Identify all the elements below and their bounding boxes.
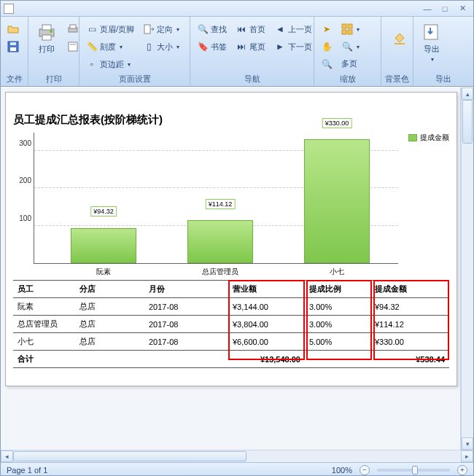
many-label-button[interactable]: 多页 — [338, 56, 363, 71]
export-button[interactable]: 导出 ▾ — [416, 18, 447, 66]
scroll-thumb[interactable] — [462, 100, 473, 144]
chart-bar — [71, 228, 136, 264]
orientation-button[interactable]: 定向▾ — [139, 21, 183, 37]
pages-grid-icon — [341, 23, 353, 35]
next-page-label: 下一页 — [288, 42, 312, 52]
bar-value-label: ¥94.32 — [90, 206, 117, 216]
svg-rect-15 — [348, 30, 352, 34]
close-button[interactable]: ✕ — [454, 4, 470, 14]
prev-page-button[interactable]: ◄ 上一页 — [271, 21, 316, 37]
orientation-label: 定向 — [157, 24, 173, 35]
scale-label: 刻度 — [100, 42, 116, 52]
prev-page-label: 上一页 — [288, 24, 312, 35]
document-viewport[interactable]: 员工提成汇总报表(按阶梯统计) 提成金额 100 200 300 ¥94.32 … — [1, 87, 461, 450]
cell-month: 2017-08 — [144, 333, 228, 351]
print-button[interactable]: 打印 — [31, 18, 62, 58]
maximize-button[interactable]: □ — [437, 4, 453, 14]
cell-sales: ¥6,600.00 — [228, 333, 305, 351]
zoom-out-status-button[interactable]: − — [360, 465, 370, 475]
size-button[interactable]: ▯ 大小▾ — [139, 39, 183, 55]
svg-point-5 — [50, 30, 53, 33]
header-footer-label: 页眉/页脚 — [100, 24, 134, 35]
ribbon-label-export: 导出 — [416, 72, 470, 86]
horizontal-scrollbar[interactable]: ◂ ▸ — [1, 450, 473, 462]
x-axis-label: 总店管理员 — [202, 267, 238, 277]
open-button[interactable] — [4, 21, 23, 37]
total-sales: ¥13,548.00 — [228, 351, 305, 368]
zoom-out-button[interactable]: 🔍▾ — [338, 39, 363, 55]
total-commission: ¥538.44 — [370, 351, 449, 368]
zoom-slider[interactable] — [377, 469, 450, 472]
report-title: 员工提成汇总报表(按阶梯统计) — [13, 113, 449, 127]
orientation-icon — [143, 23, 155, 35]
folder-open-icon — [7, 23, 19, 35]
find-label: 查找 — [211, 24, 227, 35]
scroll-thumb-h[interactable] — [13, 451, 246, 461]
ribbon-label-bg: 背景色 — [384, 72, 410, 86]
minimize-button[interactable]: — — [419, 4, 435, 14]
scroll-up-button[interactable]: ▴ — [462, 87, 473, 100]
many-label: 多页 — [341, 58, 357, 69]
quick-print-icon — [67, 23, 79, 35]
svg-rect-16 — [395, 43, 405, 44]
col-employee: 员工 — [13, 281, 75, 298]
header-footer-button[interactable]: ▭ 页眉/页脚 — [82, 21, 138, 37]
ribbon-label-zoom: 缩放 — [317, 72, 378, 86]
bookmarks-label: 书签 — [211, 42, 227, 52]
cell-month: 2017-08 — [144, 316, 228, 333]
last-page-button[interactable]: ⏭ 尾页 — [232, 39, 269, 55]
cell-rate: 5.00% — [305, 333, 370, 351]
table-total-row: 合计 ¥13,548.00 ¥538.44 — [13, 351, 449, 368]
table-row: 总店管理员 总店 2017-08 ¥3,804.00 3.00% ¥114.12 — [13, 316, 449, 333]
scroll-left-button[interactable]: ◂ — [1, 450, 13, 462]
scroll-right-button[interactable]: ▸ — [461, 450, 473, 462]
svg-rect-13 — [348, 24, 352, 28]
table-row: 小七 总店 2017-08 ¥6,600.00 5.00% ¥330.00 — [13, 333, 449, 351]
vertical-scrollbar[interactable]: ▴ ▾ — [461, 87, 473, 450]
last-page-icon: ⏭ — [236, 41, 247, 52]
ribbon-group-zoom: ➤ ✋ 🔍 ▾ 🔍▾ 多页 — [314, 17, 381, 86]
zoom-slider-knob[interactable] — [412, 466, 418, 475]
next-page-button[interactable]: ► 下一页 — [271, 39, 316, 55]
find-button[interactable]: 🔍 查找 — [193, 21, 230, 37]
hand-button[interactable]: ✋ — [317, 39, 336, 55]
report-table: 员工 分店 月份 营业额 提成比例 提成金额 阮素 总店 2017-08 — [13, 280, 449, 368]
zoom-out-icon: 🔍 — [341, 41, 353, 52]
scale-button[interactable]: 📏 刻度▾ — [82, 39, 138, 55]
svg-rect-10 — [70, 44, 76, 45]
x-axis-label: 小七 — [330, 267, 344, 277]
margins-button[interactable]: ▫ 页边距▾ — [82, 56, 138, 72]
pointer-icon: ➤ — [321, 23, 333, 35]
header-footer-icon: ▭ — [86, 23, 98, 35]
hand-icon: ✋ — [321, 41, 333, 52]
paint-bucket-icon — [389, 28, 410, 48]
bookmarks-button[interactable]: 🔖 书签 — [193, 39, 230, 55]
pointer-button[interactable]: ➤ — [317, 21, 336, 37]
export-button-label: 导出 — [424, 44, 440, 55]
svg-rect-4 — [42, 25, 51, 30]
save-icon — [7, 41, 19, 52]
magnifier-button[interactable]: 🔍 — [317, 56, 336, 72]
x-axis-label: 阮素 — [96, 267, 111, 277]
ribbon-group-file: 文件 — [1, 17, 28, 86]
chevron-down-icon: ▾ — [431, 56, 434, 63]
binoculars-icon: 🔍 — [197, 23, 209, 35]
ribbon-group-export: 导出 ▾ 导出 — [413, 17, 473, 86]
cell-sales: ¥3,144.00 — [228, 298, 305, 316]
export-icon — [421, 22, 442, 42]
y-tick: 200 — [12, 176, 31, 184]
status-bar: Page 1 of 1 100% − + — [1, 462, 473, 476]
many-pages-button[interactable]: ▾ — [338, 21, 363, 37]
first-page-button[interactable]: ⏮ 首页 — [232, 21, 269, 37]
y-tick: 100 — [12, 214, 31, 222]
chart-bar — [304, 139, 370, 263]
zoom-in-status-button[interactable]: + — [457, 465, 467, 475]
scroll-down-button[interactable]: ▾ — [462, 437, 473, 450]
last-page-label: 尾页 — [249, 42, 265, 52]
legend-text: 提成金额 — [420, 133, 449, 143]
save-button[interactable] — [4, 39, 23, 55]
margins-icon: ▫ — [86, 58, 98, 70]
col-branch: 分店 — [75, 281, 144, 298]
svg-rect-14 — [342, 30, 346, 34]
bgcolor-button[interactable] — [384, 18, 415, 52]
